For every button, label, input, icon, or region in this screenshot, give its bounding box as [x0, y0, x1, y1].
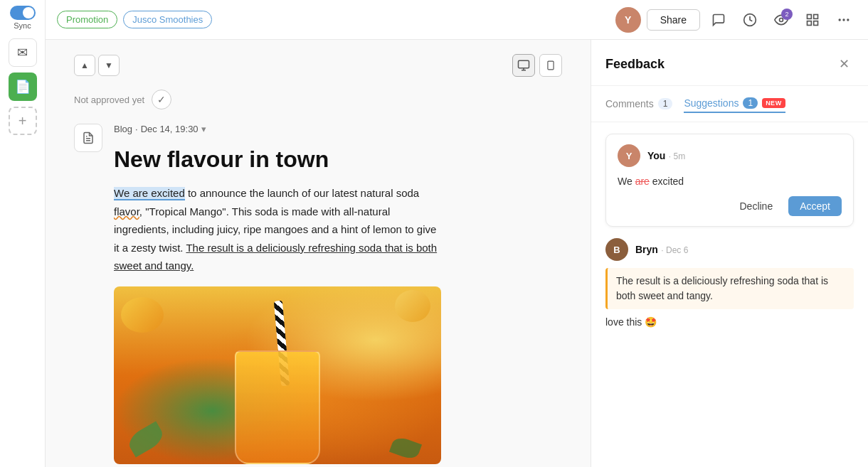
highlight-text: We are excited — [114, 187, 185, 200]
suggestion-actions: Decline Accept — [618, 196, 842, 216]
body-text-flavor: flavor — [114, 205, 139, 218]
blog-label: Blog — [114, 124, 132, 134]
not-approved-label: Not approved yet — [74, 95, 144, 105]
meta-chevron[interactable]: ▾ — [201, 124, 206, 134]
sync-label: Sync — [14, 21, 31, 30]
suggestions-count: 1 — [743, 97, 758, 109]
feedback-header: Feedback ✕ — [591, 40, 868, 86]
doc-image-inner — [114, 286, 441, 464]
eye-badge: 2 — [781, 9, 793, 20]
share-button[interactable]: Share — [647, 9, 700, 31]
nav-arrows: ▲ ▼ — [74, 55, 120, 76]
comments-count: 1 — [658, 98, 673, 109]
comment-header-bryn: B Bryn · Dec 6 — [605, 238, 854, 261]
sync-toggle[interactable] — [10, 6, 36, 20]
tab-suggestions-label: Suggestions — [684, 97, 739, 109]
svg-rect-2 — [808, 14, 812, 18]
tag-promotion[interactable]: Promotion — [57, 11, 117, 28]
feedback-title: Feedback — [605, 57, 665, 72]
grid-icon-btn[interactable] — [800, 7, 825, 33]
suggestion-header: Y You · 5m — [618, 144, 842, 167]
svg-rect-3 — [814, 14, 818, 18]
suggestion-del-text: are — [635, 176, 650, 187]
svg-rect-9 — [519, 60, 529, 68]
new-badge: NEW — [762, 98, 785, 108]
svg-point-7 — [842, 18, 845, 21]
comment-text-bryn: love this 🤩 — [605, 315, 854, 330]
blog-date: Dec 14, 19:30 — [141, 124, 199, 134]
doc-image — [114, 286, 441, 464]
topbar: Promotion Jusco Smoothies Y Share 2 — [46, 0, 868, 40]
decline-button[interactable]: Decline — [729, 196, 783, 216]
doc-type-btn[interactable] — [74, 124, 102, 152]
chat-icon-btn[interactable] — [706, 7, 731, 33]
svg-point-6 — [839, 18, 841, 21]
suggestion-time: · 5m — [669, 151, 685, 161]
history-icon-btn[interactable] — [737, 7, 763, 33]
svg-rect-5 — [814, 21, 818, 25]
comment-author-bryn: Bryn — [635, 244, 658, 255]
editor-area: ▲ ▼ Not approved yet ✓ — [46, 40, 591, 467]
nav-up-btn[interactable]: ▲ — [74, 55, 95, 76]
doc-body: We are excited to announce the launch of… — [114, 184, 441, 275]
meta-separator: · — [135, 124, 138, 134]
comment-date-bryn: · Dec 6 — [661, 245, 688, 255]
feedback-close-btn[interactable]: ✕ — [834, 54, 854, 74]
comment-avatar-bryn: B — [605, 238, 628, 261]
editor-toolbar: ▲ ▼ — [74, 54, 562, 77]
tab-comments[interactable]: Comments 1 — [605, 95, 672, 112]
comment-card-bryn: B Bryn · Dec 6 The result is a delicious… — [605, 238, 854, 337]
suggestion-avatar: Y — [618, 144, 640, 167]
accept-button[interactable]: Accept — [788, 196, 842, 216]
main-area: Promotion Jusco Smoothies Y Share 2 ▲ — [46, 0, 868, 467]
sidebar: Sync ✉ 📄 + — [0, 0, 46, 467]
suggestion-author: You — [647, 150, 665, 161]
user-avatar[interactable]: Y — [615, 7, 641, 33]
doc-icon-btn[interactable]: 📄 — [9, 73, 37, 101]
add-icon-btn[interactable]: + — [9, 107, 37, 135]
feedback-panel: Feedback ✕ Comments 1 Suggestions 1 NEW — [591, 40, 868, 467]
comment-author-info-bryn: Bryn · Dec 6 — [635, 243, 688, 256]
more-icon-btn[interactable] — [831, 7, 857, 33]
svg-point-8 — [847, 18, 849, 21]
feedback-tabs: Comments 1 Suggestions 1 NEW — [591, 86, 868, 122]
blog-meta: Blog · Dec 14, 19:30 ▾ — [114, 124, 562, 134]
document-content: Blog · Dec 14, 19:30 ▾ New flavour in to… — [114, 124, 562, 464]
tab-comments-label: Comments — [605, 98, 654, 109]
approve-check-btn[interactable]: ✓ — [152, 90, 171, 109]
view-toggle — [512, 54, 562, 77]
eye-icon-btn[interactable]: 2 — [768, 7, 794, 33]
comment-quote: The result is a deliciously refreshing s… — [605, 268, 854, 309]
tag-jusco[interactable]: Jusco Smoothies — [123, 11, 212, 28]
suggestion-card: Y You · 5m We are excited Decline Accept — [605, 134, 854, 227]
feedback-body: Y You · 5m We are excited Decline Accept — [591, 122, 868, 467]
view-mobile-btn[interactable] — [539, 54, 562, 77]
content-wrapper: ▲ ▼ Not approved yet ✓ — [46, 40, 868, 467]
body-text-1: to announce the launch of our latest nat… — [185, 187, 419, 199]
svg-rect-4 — [808, 21, 812, 25]
mail-icon-btn[interactable]: ✉ — [9, 38, 37, 67]
doc-title: New flavour in town — [114, 146, 562, 173]
nav-down-btn[interactable]: ▼ — [98, 55, 120, 76]
suggestion-text: We are excited — [618, 174, 842, 189]
view-desktop-btn[interactable] — [512, 54, 535, 77]
suggestion-author-info: You · 5m — [647, 149, 685, 162]
sync-toggle-container: Sync — [10, 6, 36, 30]
tab-suggestions[interactable]: Suggestions 1 NEW — [684, 95, 785, 113]
